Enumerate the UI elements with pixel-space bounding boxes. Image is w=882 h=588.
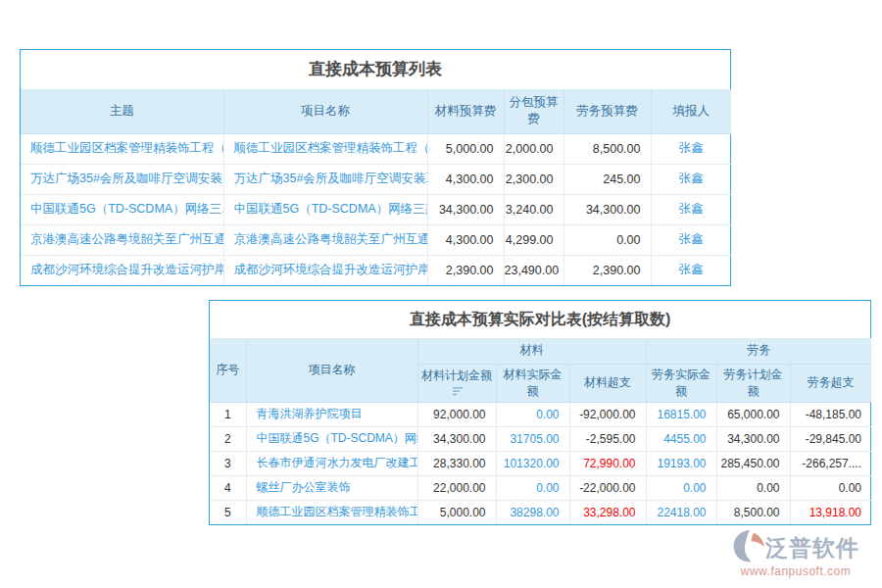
seq-value: 5 [210,500,246,524]
labor-plan-value: 0.00 [716,475,790,500]
labor-budget-value: 34,300.00 [564,194,651,224]
table-row[interactable]: 中国联通5G（TD-SCDMA）网络三... 中国联通5G（TD-SCDMA）网… [21,194,731,224]
col-header-seq: 序号 [210,338,246,402]
table-row[interactable]: 成都沙河环境综合提升改造运河护岸... 成都沙河环境综合提升改造运河护岸... … [21,255,731,285]
budget-list-table: 主题 项目名称 材料预算费 分包预算费 劳务预算费 填报人 顺德工业园区档案管理… [21,89,731,285]
col-header-material-budget: 材料预算费 [427,89,504,133]
labor-overrun-value: -29,845.00 [790,426,871,451]
budget-list-panel: 直接成本预算列表 主题 项目名称 材料预算费 分包预算费 劳务预算费 填报人 顺… [20,49,731,286]
table-row[interactable]: 顺德工业园区档案管理精装饰工程（... 顺德工业园区档案管理精装饰工程（... … [21,133,731,164]
material-actual-value: 38298.00 [496,500,569,524]
labor-plan-value: 65,000.00 [716,402,790,426]
subject-link[interactable]: 万达广场35#会所及咖啡厅空调安装... [21,164,223,194]
labor-overrun-value: -48,185.00 [790,402,871,426]
subcontract-budget-value: 23,490.00 [504,255,564,285]
fanpu-logo: 泛普软件 www.fanpusoft.com [719,529,872,578]
labor-overrun-value: 0.00 [790,475,871,500]
material-plan-value: 5,000.00 [417,500,496,524]
table-row[interactable]: 3 长春市伊通河水力发电厂改建工程 28,330.00 101320.00 72… [210,451,871,475]
material-actual-value: 0.00 [496,402,569,426]
sort-icon[interactable] [453,385,464,399]
material-plan-value: 34,300.00 [417,426,496,451]
comparison-group-header-row: 序号 项目名称 材料 劳务 [210,338,871,364]
subcontract-budget-value: 2,300.00 [504,164,564,194]
table-row[interactable]: 2 中国联通5G（TD-SCDMA）网络三 34,300.00 31705.00… [210,426,871,451]
group-header-labor: 劳务 [646,338,871,364]
project-link[interactable]: 万达广场35#会所及咖啡厅空调安装工程 [223,164,427,194]
labor-budget-value: 0.00 [564,224,651,255]
col-header-material-overrun: 材料超支 [569,364,646,402]
comparison-panel: 直接成本预算实际对比表(按结算取数) 序号 项目名称 材料 劳务 材料计划金额 … [209,300,871,525]
labor-actual-value: 0.00 [646,475,716,500]
labor-actual-value: 22418.00 [646,500,716,524]
labor-budget-value: 8,500.00 [564,133,651,164]
col-header-material-plan[interactable]: 材料计划金额 [417,364,496,402]
seq-value: 4 [210,475,246,500]
table-row[interactable]: 1 青海洪湖养护院项目 92,000.00 0.00 -92,000.00 16… [210,402,871,426]
table-row[interactable]: 4 螺丝厂办公室装饰 22,000.00 0.00 -22,000.00 0.0… [210,475,871,500]
labor-plan-value: 8,500.00 [716,500,790,524]
material-actual-value: 31705.00 [496,426,569,451]
col-header-labor-actual: 劳务实际金额 [646,364,716,402]
subject-link[interactable]: 顺德工业园区档案管理精装饰工程（... [21,133,223,164]
table-row[interactable]: 京港澳高速公路粤境韶关至广州互通... 京港澳高速公路粤境韶关至广州互通... … [21,224,731,255]
material-budget-value: 4,300.00 [427,164,504,194]
reporter-link[interactable]: 张鑫 [651,224,731,255]
reporter-link[interactable]: 张鑫 [651,255,731,285]
labor-budget-value: 245.00 [564,164,651,194]
material-plan-label: 材料计划金额 [421,368,492,382]
comparison-table: 序号 项目名称 材料 劳务 材料计划金额 材料实际金额 材料超支 劳务实际金额 … [210,338,871,524]
material-overrun-value: -2,595.00 [569,426,646,451]
group-header-material: 材料 [417,338,646,364]
budget-list-title: 直接成本预算列表 [21,50,730,89]
col-header-project: 项目名称 [246,338,417,402]
subject-link[interactable]: 中国联通5G（TD-SCDMA）网络三... [21,194,223,224]
col-header-reporter: 填报人 [651,89,731,133]
project-link[interactable]: 螺丝厂办公室装饰 [246,475,417,500]
seq-value: 1 [210,402,246,426]
material-plan-value: 22,000.00 [417,475,496,500]
col-header-project: 项目名称 [223,89,427,133]
budget-list-header-row: 主题 项目名称 材料预算费 分包预算费 劳务预算费 填报人 [21,89,731,133]
labor-overrun-value: 13,918.00 [790,500,871,524]
reporter-link[interactable]: 张鑫 [651,194,731,224]
table-row[interactable]: 万达广场35#会所及咖啡厅空调安装... 万达广场35#会所及咖啡厅空调安装工程… [21,164,731,194]
material-plan-value: 28,330.00 [417,451,496,475]
material-actual-value: 101320.00 [496,451,569,475]
reporter-link[interactable]: 张鑫 [651,164,731,194]
project-link[interactable]: 中国联通5G（TD-SCDMA）网络三 [246,426,417,451]
material-budget-value: 2,390.00 [427,255,504,285]
comparison-title: 直接成本预算实际对比表(按结算取数) [210,301,870,338]
col-header-subcontract-budget: 分包预算费 [504,89,564,133]
project-link[interactable]: 长春市伊通河水力发电厂改建工程 [246,451,417,475]
fanpu-logo-icon [732,529,765,566]
subcontract-budget-value: 3,240.00 [504,194,564,224]
project-link[interactable]: 成都沙河环境综合提升改造运河护岸... [223,255,427,285]
labor-actual-value: 16815.00 [646,402,716,426]
seq-value: 2 [210,426,246,451]
material-overrun-value: -92,000.00 [569,402,646,426]
col-header-labor-budget: 劳务预算费 [564,89,651,133]
material-overrun-value: -22,000.00 [569,475,646,500]
subject-link[interactable]: 京港澳高速公路粤境韶关至广州互通... [21,224,223,255]
project-link[interactable]: 顺德工业园区档案管理精装饰工程 [246,500,417,524]
col-header-labor-plan: 劳务计划金额 [716,364,790,402]
col-header-labor-overrun: 劳务超支 [790,364,871,402]
labor-overrun-value: -266,257.... [790,451,871,475]
material-actual-value: 0.00 [496,475,569,500]
project-link[interactable]: 顺德工业园区档案管理精装饰工程（... [223,133,427,164]
subject-link[interactable]: 成都沙河环境综合提升改造运河护岸... [21,255,223,285]
labor-plan-value: 285,450.00 [716,451,790,475]
labor-actual-value: 4455.00 [646,426,716,451]
labor-actual-value: 19193.00 [646,451,716,475]
labor-plan-value: 34,300.00 [716,426,790,451]
table-row[interactable]: 5 顺德工业园区档案管理精装饰工程 5,000.00 38298.00 33,2… [210,500,871,524]
col-header-material-actual: 材料实际金额 [496,364,569,402]
project-link[interactable]: 中国联通5G（TD-SCDMA）网络三期... [223,194,427,224]
reporter-link[interactable]: 张鑫 [651,133,731,164]
logo-url: www.fanpusoft.com [719,564,872,578]
project-link[interactable]: 京港澳高速公路粤境韶关至广州互通... [223,224,427,255]
subcontract-budget-value: 2,000.00 [504,133,564,164]
col-header-subject: 主题 [21,89,223,133]
project-link[interactable]: 青海洪湖养护院项目 [246,402,417,426]
